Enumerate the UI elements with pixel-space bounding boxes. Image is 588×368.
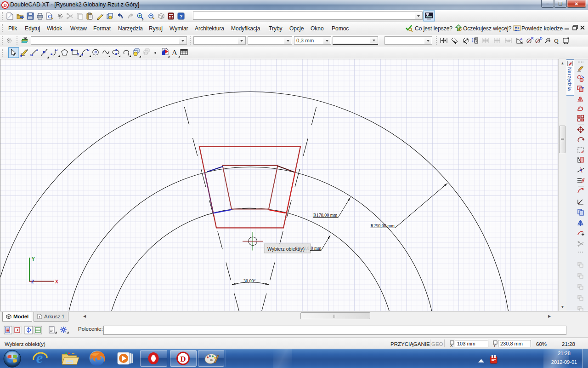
svg-text:R: R xyxy=(531,36,534,40)
svg-text:e: e xyxy=(36,350,43,366)
svg-text:R178,00 mm: R178,00 mm xyxy=(313,213,337,218)
svg-text:R140,0: R140,0 xyxy=(296,246,309,251)
svg-text:?: ? xyxy=(180,14,183,19)
svg-text:Z: Z xyxy=(31,279,34,284)
svg-text:A: A xyxy=(161,15,164,19)
svg-text:Y: Y xyxy=(32,257,35,262)
svg-text:A: A xyxy=(520,37,522,41)
svg-text:Q: Q xyxy=(554,37,559,44)
svg-text:D: D xyxy=(3,3,7,8)
svg-text:A: A xyxy=(172,48,178,57)
svg-text:D: D xyxy=(540,36,543,40)
svg-text:X: X xyxy=(450,344,453,347)
svg-text:D: D xyxy=(180,355,186,363)
svg-text:X: X xyxy=(55,279,58,284)
svg-text:R250,00 mm: R250,00 mm xyxy=(371,223,395,228)
svg-text:0 mm: 0 mm xyxy=(311,246,322,251)
svg-text:1: 1 xyxy=(39,315,41,319)
svg-text:30,00°: 30,00° xyxy=(243,278,256,283)
svg-text:Y: Y xyxy=(493,344,496,347)
